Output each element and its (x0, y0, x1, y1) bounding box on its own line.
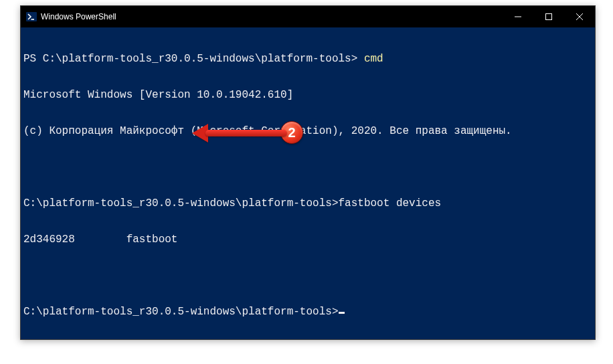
line-6-device-output: 2d346928 fastboot (23, 234, 592, 246)
powershell-window: Windows PowerShell PS C:\platform-tools_… (20, 5, 596, 340)
typed-command-cmd: cmd (364, 53, 383, 65)
cmd-prompt-1: C:\platform-tools_r30.0.5-windows\platfo… (23, 197, 338, 209)
line-1: PS C:\platform-tools_r30.0.5-windows\pla… (23, 53, 592, 65)
blank-line-2 (23, 270, 592, 282)
minimize-button[interactable] (503, 6, 533, 27)
line-5: C:\platform-tools_r30.0.5-windows\platfo… (23, 197, 592, 209)
svg-rect-3 (546, 14, 552, 20)
line-2: Microsoft Windows [Version 10.0.19042.61… (23, 89, 592, 101)
cursor (339, 312, 345, 314)
close-button[interactable] (564, 6, 595, 27)
line-3: (c) Корпорация Майкрософт (Microsoft Cor… (23, 125, 592, 137)
cmd-prompt-2: C:\platform-tools_r30.0.5-windows\platfo… (23, 306, 338, 318)
maximize-button[interactable] (533, 6, 564, 27)
titlebar[interactable]: Windows PowerShell (21, 6, 595, 27)
terminal-area[interactable]: PS C:\platform-tools_r30.0.5-windows\pla… (21, 27, 595, 339)
typed-command-fastboot: fastboot devices (338, 197, 441, 209)
ps-prompt: PS C:\platform-tools_r30.0.5-windows\pla… (23, 53, 364, 65)
blank-line-1 (23, 161, 592, 173)
line-8: C:\platform-tools_r30.0.5-windows\platfo… (23, 306, 592, 318)
window-title: Windows PowerShell (41, 12, 116, 21)
powershell-icon (26, 11, 37, 22)
